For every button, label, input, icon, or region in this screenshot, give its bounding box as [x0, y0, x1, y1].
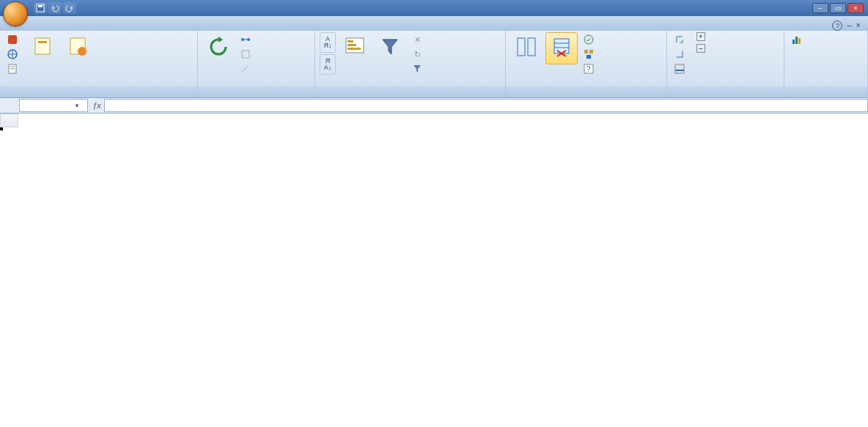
filter-button[interactable] — [374, 32, 406, 63]
properties-button[interactable] — [238, 47, 257, 62]
other-sources-icon — [31, 35, 54, 59]
sort-desc-button[interactable]: ЯА↓ — [320, 54, 336, 75]
text-icon — [7, 63, 18, 75]
whatif-icon: ? — [583, 63, 595, 75]
titlebar: – ▭ × — [0, 0, 868, 16]
sort-button[interactable] — [339, 32, 371, 63]
name-box[interactable]: ▼ — [19, 99, 88, 112]
qat-save-icon[interactable] — [34, 2, 47, 14]
minimize-button[interactable]: – — [812, 3, 828, 13]
edit-links-icon — [240, 63, 251, 75]
sort-desc-icon: ЯА↓ — [324, 58, 332, 71]
data-validation-button[interactable] — [581, 32, 600, 47]
svg-rect-16 — [347, 40, 353, 42]
svg-rect-2 — [8, 35, 17, 44]
remove-duplicates-button[interactable] — [545, 32, 578, 64]
svg-rect-34 — [792, 40, 795, 44]
ribbon: АЯ↓ ЯА↓ ✕ ↻ — [0, 31, 868, 98]
ungroup-button[interactable] — [672, 47, 691, 62]
clear-icon: ✕ — [411, 34, 423, 45]
existing-conn-icon — [66, 35, 89, 59]
connections-icon — [240, 34, 251, 45]
group-label-connections — [198, 86, 315, 97]
validation-icon — [583, 34, 595, 45]
svg-rect-17 — [347, 44, 356, 46]
svg-rect-36 — [798, 38, 801, 44]
formula-input[interactable] — [104, 99, 868, 112]
close-button[interactable]: × — [847, 3, 864, 13]
fx-icon[interactable]: ƒx — [89, 101, 104, 110]
advanced-filter-button[interactable] — [409, 62, 428, 76]
group-label-datatools — [506, 86, 666, 97]
svg-rect-14 — [242, 51, 249, 58]
existing-connections-button[interactable] — [62, 32, 94, 63]
group-label-sortfilter — [315, 86, 505, 97]
connections-button[interactable] — [238, 32, 257, 47]
svg-point-12 — [247, 38, 250, 41]
svg-text:?: ? — [586, 65, 591, 73]
consolidate-icon — [583, 48, 595, 60]
reapply-icon: ↻ — [411, 48, 423, 60]
name-box-dropdown-icon[interactable]: ▼ — [74, 103, 80, 109]
ungroup-icon — [674, 48, 685, 60]
svg-rect-8 — [38, 41, 47, 43]
web-icon — [7, 48, 18, 60]
from-other-sources-button[interactable] — [26, 32, 59, 63]
svg-rect-20 — [528, 38, 535, 56]
sort-asc-icon: АЯ↓ — [324, 36, 332, 49]
svg-rect-32 — [675, 64, 684, 73]
subtotal-icon — [674, 63, 685, 75]
worksheet-grid[interactable] — [0, 114, 868, 427]
svg-rect-35 — [795, 37, 798, 44]
svg-point-11 — [241, 38, 244, 41]
formula-bar: ▼ ƒx — [0, 98, 868, 114]
qat-redo-icon[interactable] — [63, 2, 76, 14]
svg-point-10 — [78, 47, 87, 56]
svg-rect-7 — [35, 38, 50, 54]
properties-icon — [240, 48, 251, 60]
text-to-columns-icon — [515, 35, 538, 59]
group-label-analysis — [784, 86, 867, 97]
group-button[interactable] — [672, 32, 691, 47]
from-web-button[interactable] — [4, 47, 23, 62]
from-text-button[interactable] — [4, 62, 23, 76]
help-icon[interactable]: ? — [832, 21, 842, 31]
remove-duplicates-icon — [550, 36, 573, 59]
text-to-columns-button[interactable] — [510, 32, 542, 63]
svg-rect-29 — [586, 55, 591, 59]
office-button[interactable] — [3, 1, 28, 26]
data-analysis-button[interactable] — [789, 32, 808, 47]
ribbon-minimize-icon[interactable]: – — [847, 21, 851, 31]
analysis-icon — [791, 34, 803, 45]
collapse-icon[interactable]: – — [696, 44, 705, 53]
refresh-all-button[interactable] — [202, 32, 235, 63]
svg-rect-21 — [554, 39, 569, 53]
group-label-external — [0, 86, 197, 97]
clear-filter-button[interactable]: ✕ — [409, 32, 428, 47]
subtotal-button[interactable] — [672, 62, 691, 76]
svg-point-26 — [584, 35, 593, 44]
svg-rect-18 — [347, 48, 361, 50]
ribbon-close-icon[interactable]: × — [856, 21, 861, 31]
edit-links-button[interactable] — [238, 62, 257, 76]
consolidate-button[interactable] — [581, 47, 600, 62]
group-icon — [674, 34, 685, 45]
maximize-button[interactable]: ▭ — [830, 3, 846, 13]
filter-icon — [378, 35, 402, 59]
svg-rect-1 — [38, 5, 43, 7]
expand-icon[interactable]: + — [696, 32, 705, 41]
reapply-filter-button[interactable]: ↻ — [409, 47, 428, 62]
advanced-icon — [411, 63, 423, 75]
select-all-corner[interactable] — [1, 114, 18, 127]
qat-undo-icon[interactable] — [48, 2, 62, 14]
sort-asc-button[interactable]: АЯ↓ — [320, 32, 336, 53]
what-if-button[interactable]: ? — [581, 62, 600, 76]
refresh-icon — [207, 35, 230, 59]
svg-rect-28 — [589, 50, 593, 53]
ribbon-tabs: ? – × — [0, 16, 868, 31]
svg-rect-27 — [584, 50, 588, 53]
access-icon — [7, 34, 18, 45]
from-access-button[interactable] — [4, 32, 23, 47]
sort-icon — [343, 35, 367, 59]
name-box-input[interactable] — [23, 101, 74, 110]
